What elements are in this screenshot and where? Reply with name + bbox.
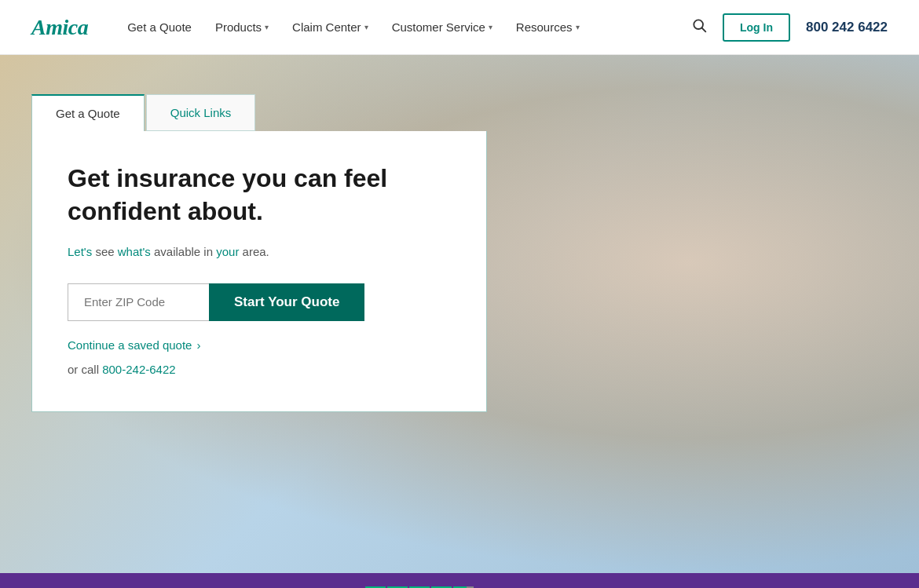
- nav-resources[interactable]: Resources ▾: [516, 20, 580, 34]
- subtext-your: your: [216, 245, 239, 258]
- svg-line-1: [702, 28, 706, 32]
- search-icon: [691, 17, 707, 33]
- nav-get-a-quote[interactable]: Get a Quote: [127, 20, 192, 34]
- nav-customer-service[interactable]: Customer Service ▾: [392, 20, 492, 34]
- search-button[interactable]: [691, 17, 707, 37]
- continue-saved-quote-link[interactable]: Continue a saved quote ›: [68, 338, 451, 352]
- trustpilot-banner: Our customers say Excellent ★ ★ ★ ★ ★ 4.…: [0, 573, 919, 588]
- or-call-phone-link[interactable]: 800-242-6422: [102, 363, 175, 376]
- quote-card-body: Get insurance you can feel confident abo…: [31, 131, 487, 412]
- products-chevron-icon: ▾: [265, 23, 269, 31]
- tab-quick-links[interactable]: Quick Links: [146, 94, 256, 131]
- nav-products[interactable]: Products ▾: [215, 20, 269, 34]
- quote-form: Start Your Quote: [68, 283, 451, 321]
- subtext-lets: Let's: [68, 245, 92, 258]
- nav-claim-center[interactable]: Claim Center ▾: [292, 20, 368, 34]
- start-quote-button[interactable]: Start Your Quote: [209, 283, 364, 321]
- arrow-right-icon: ›: [196, 338, 200, 352]
- or-call-text: or call 800-242-6422: [68, 363, 451, 376]
- header-phone[interactable]: 800 242 6422: [806, 20, 888, 35]
- hero-section: Get a Quote Quick Links Get insurance yo…: [0, 55, 919, 573]
- card-subtext: Let's see what's available in your area.: [68, 243, 451, 261]
- login-button[interactable]: Log In: [723, 13, 790, 42]
- site-header: Amica Get a Quote Products ▾ Claim Cente…: [0, 0, 919, 55]
- card-tabs: Get a Quote Quick Links: [31, 94, 487, 131]
- quote-card-container: Get a Quote Quick Links Get insurance yo…: [31, 94, 487, 412]
- customer-service-chevron-icon: ▾: [489, 23, 492, 31]
- resources-chevron-icon: ▾: [576, 23, 580, 31]
- card-heading: Get insurance you can feel confident abo…: [68, 163, 451, 228]
- claim-center-chevron-icon: ▾: [364, 23, 368, 31]
- site-logo[interactable]: Amica: [31, 15, 88, 40]
- subtext-whats: what's: [118, 245, 151, 258]
- tab-get-a-quote[interactable]: Get a Quote: [31, 94, 145, 131]
- header-actions: Log In 800 242 6422: [691, 13, 888, 42]
- main-nav: Get a Quote Products ▾ Claim Center ▾ Cu…: [127, 20, 691, 34]
- zip-code-input[interactable]: [68, 283, 209, 321]
